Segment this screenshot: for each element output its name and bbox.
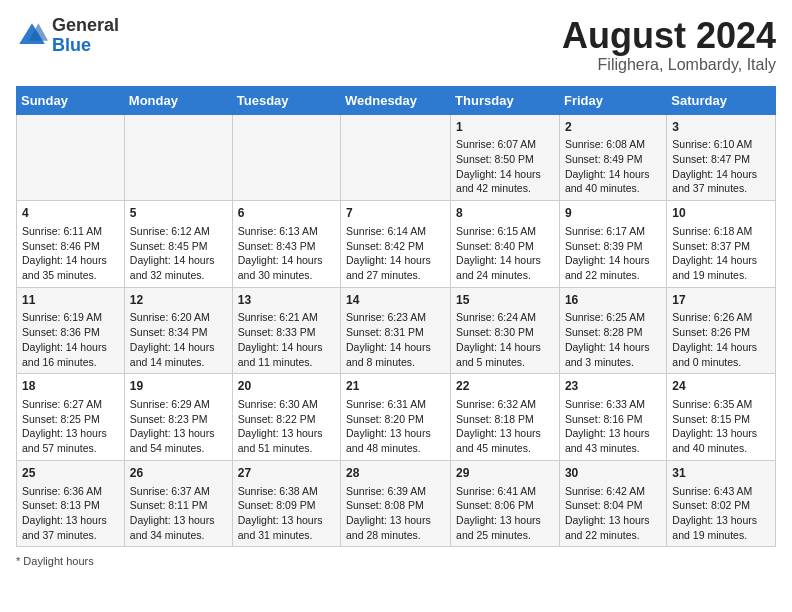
day-number: 15 [456, 292, 554, 309]
sunrise-text: Sunrise: 6:20 AM [130, 311, 210, 323]
calendar-cell: 8Sunrise: 6:15 AMSunset: 8:40 PMDaylight… [451, 201, 560, 288]
day-number: 8 [456, 205, 554, 222]
calendar-cell: 26Sunrise: 6:37 AMSunset: 8:11 PMDayligh… [124, 460, 232, 547]
sunrise-text: Sunrise: 6:21 AM [238, 311, 318, 323]
day-number: 6 [238, 205, 335, 222]
day-number: 17 [672, 292, 770, 309]
sunrise-text: Sunrise: 6:13 AM [238, 225, 318, 237]
sunset-text: Sunset: 8:30 PM [456, 326, 534, 338]
calendar-cell: 7Sunrise: 6:14 AMSunset: 8:42 PMDaylight… [341, 201, 451, 288]
day-of-week-header: Friday [559, 86, 666, 114]
sunrise-text: Sunrise: 6:11 AM [22, 225, 102, 237]
calendar-cell: 29Sunrise: 6:41 AMSunset: 8:06 PMDayligh… [451, 460, 560, 547]
sunset-text: Sunset: 8:45 PM [130, 240, 208, 252]
calendar-cell [341, 114, 451, 201]
sunset-text: Sunset: 8:46 PM [22, 240, 100, 252]
daylight-text: Daylight: 14 hours and 11 minutes. [238, 341, 323, 368]
daylight-text: Daylight: 13 hours and 40 minutes. [672, 427, 757, 454]
day-number: 21 [346, 378, 445, 395]
sunrise-text: Sunrise: 6:14 AM [346, 225, 426, 237]
calendar-cell: 16Sunrise: 6:25 AMSunset: 8:28 PMDayligh… [559, 287, 666, 374]
daylight-text: Daylight: 13 hours and 45 minutes. [456, 427, 541, 454]
footer-note: * Daylight hours [16, 555, 776, 567]
calendar-cell [17, 114, 125, 201]
sunset-text: Sunset: 8:18 PM [456, 413, 534, 425]
daylight-text: Daylight: 14 hours and 37 minutes. [672, 168, 757, 195]
day-number: 26 [130, 465, 227, 482]
sunset-text: Sunset: 8:49 PM [565, 153, 643, 165]
daylight-text: Daylight: 14 hours and 16 minutes. [22, 341, 107, 368]
calendar-week-row: 1Sunrise: 6:07 AMSunset: 8:50 PMDaylight… [17, 114, 776, 201]
day-number: 3 [672, 119, 770, 136]
sunrise-text: Sunrise: 6:42 AM [565, 485, 645, 497]
day-number: 20 [238, 378, 335, 395]
sunrise-text: Sunrise: 6:27 AM [22, 398, 102, 410]
sunrise-text: Sunrise: 6:36 AM [22, 485, 102, 497]
sunrise-text: Sunrise: 6:33 AM [565, 398, 645, 410]
calendar-cell: 3Sunrise: 6:10 AMSunset: 8:47 PMDaylight… [667, 114, 776, 201]
day-of-week-header: Saturday [667, 86, 776, 114]
day-number: 28 [346, 465, 445, 482]
calendar-cell: 21Sunrise: 6:31 AMSunset: 8:20 PMDayligh… [341, 374, 451, 461]
sunrise-text: Sunrise: 6:35 AM [672, 398, 752, 410]
calendar-cell: 18Sunrise: 6:27 AMSunset: 8:25 PMDayligh… [17, 374, 125, 461]
sunset-text: Sunset: 8:50 PM [456, 153, 534, 165]
day-number: 31 [672, 465, 770, 482]
logo-icon [16, 20, 48, 52]
daylight-text: Daylight: 14 hours and 14 minutes. [130, 341, 215, 368]
sunrise-text: Sunrise: 6:08 AM [565, 138, 645, 150]
calendar-cell: 13Sunrise: 6:21 AMSunset: 8:33 PMDayligh… [232, 287, 340, 374]
calendar-cell: 22Sunrise: 6:32 AMSunset: 8:18 PMDayligh… [451, 374, 560, 461]
daylight-text: Daylight: 14 hours and 5 minutes. [456, 341, 541, 368]
sunrise-text: Sunrise: 6:17 AM [565, 225, 645, 237]
sunrise-text: Sunrise: 6:12 AM [130, 225, 210, 237]
calendar-cell: 1Sunrise: 6:07 AMSunset: 8:50 PMDaylight… [451, 114, 560, 201]
day-of-week-header: Sunday [17, 86, 125, 114]
day-number: 16 [565, 292, 661, 309]
daylight-text: Daylight: 13 hours and 31 minutes. [238, 514, 323, 541]
calendar-cell: 17Sunrise: 6:26 AMSunset: 8:26 PMDayligh… [667, 287, 776, 374]
day-number: 1 [456, 119, 554, 136]
calendar-cell: 31Sunrise: 6:43 AMSunset: 8:02 PMDayligh… [667, 460, 776, 547]
sunrise-text: Sunrise: 6:25 AM [565, 311, 645, 323]
calendar-header-row: SundayMondayTuesdayWednesdayThursdayFrid… [17, 86, 776, 114]
calendar-cell: 5Sunrise: 6:12 AMSunset: 8:45 PMDaylight… [124, 201, 232, 288]
calendar-week-row: 4Sunrise: 6:11 AMSunset: 8:46 PMDaylight… [17, 201, 776, 288]
sunrise-text: Sunrise: 6:43 AM [672, 485, 752, 497]
sunrise-text: Sunrise: 6:41 AM [456, 485, 536, 497]
sunset-text: Sunset: 8:16 PM [565, 413, 643, 425]
sunset-text: Sunset: 8:20 PM [346, 413, 424, 425]
day-number: 22 [456, 378, 554, 395]
calendar-cell: 4Sunrise: 6:11 AMSunset: 8:46 PMDaylight… [17, 201, 125, 288]
daylight-text: Daylight: 14 hours and 32 minutes. [130, 254, 215, 281]
day-number: 2 [565, 119, 661, 136]
sunrise-text: Sunrise: 6:37 AM [130, 485, 210, 497]
calendar-cell [232, 114, 340, 201]
calendar-cell: 19Sunrise: 6:29 AMSunset: 8:23 PMDayligh… [124, 374, 232, 461]
daylight-text: Daylight: 14 hours and 24 minutes. [456, 254, 541, 281]
sunrise-text: Sunrise: 6:19 AM [22, 311, 102, 323]
day-number: 14 [346, 292, 445, 309]
sunrise-text: Sunrise: 6:15 AM [456, 225, 536, 237]
daylight-text: Daylight: 13 hours and 28 minutes. [346, 514, 431, 541]
sunset-text: Sunset: 8:40 PM [456, 240, 534, 252]
header: General Blue August 2024 Filighera, Lomb… [16, 16, 776, 74]
daylight-text: Daylight: 13 hours and 19 minutes. [672, 514, 757, 541]
sunset-text: Sunset: 8:09 PM [238, 499, 316, 511]
location: Filighera, Lombardy, Italy [562, 56, 776, 74]
daylight-text: Daylight: 14 hours and 35 minutes. [22, 254, 107, 281]
day-number: 7 [346, 205, 445, 222]
sunrise-text: Sunrise: 6:30 AM [238, 398, 318, 410]
logo: General Blue [16, 16, 119, 56]
sunset-text: Sunset: 8:31 PM [346, 326, 424, 338]
calendar-week-row: 11Sunrise: 6:19 AMSunset: 8:36 PMDayligh… [17, 287, 776, 374]
sunrise-text: Sunrise: 6:07 AM [456, 138, 536, 150]
sunset-text: Sunset: 8:11 PM [130, 499, 208, 511]
calendar-cell: 15Sunrise: 6:24 AMSunset: 8:30 PMDayligh… [451, 287, 560, 374]
calendar-cell: 27Sunrise: 6:38 AMSunset: 8:09 PMDayligh… [232, 460, 340, 547]
daylight-text: Daylight: 14 hours and 19 minutes. [672, 254, 757, 281]
day-number: 27 [238, 465, 335, 482]
calendar-week-row: 18Sunrise: 6:27 AMSunset: 8:25 PMDayligh… [17, 374, 776, 461]
day-number: 13 [238, 292, 335, 309]
daylight-text: Daylight: 14 hours and 40 minutes. [565, 168, 650, 195]
